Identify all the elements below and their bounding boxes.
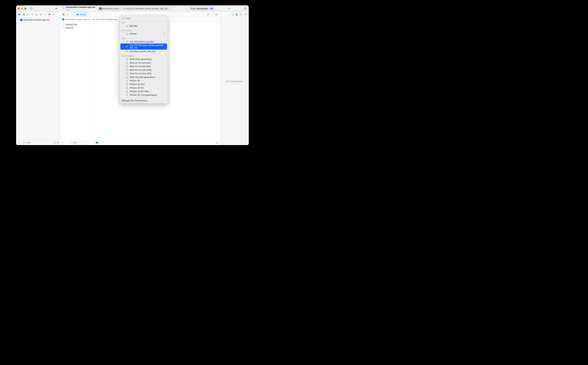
svg-point-2 — [63, 8, 63, 8]
svg-point-43 — [122, 18, 124, 19]
svg-rect-0 — [30, 8, 32, 9]
add-file-icon[interactable]: ＋ — [17, 141, 21, 145]
run-button[interactable] — [54, 7, 58, 11]
iphone-icon — [126, 94, 128, 96]
remove-asset-icon[interactable]: － — [65, 141, 68, 144]
svg-rect-20 — [62, 14, 63, 15]
destination-item[interactable]: ✓Any iOS Simulator Device (arm64, x86_64… — [120, 43, 167, 50]
destination-item[interactable]: Any iOS Device (arm64) — [120, 40, 167, 43]
destination-item[interactable]: iPad mini (6th generation) — [120, 75, 167, 79]
help-inspector-icon[interactable] — [239, 13, 243, 16]
recent-filter-icon[interactable] — [53, 141, 56, 145]
chevron-right-icon: › — [91, 18, 92, 21]
svg-point-3 — [63, 9, 63, 9]
debug-navigator-icon[interactable] — [43, 12, 47, 17]
crumb-root: automation-sample-app-ios — [65, 18, 90, 21]
destination-item[interactable]: iPad Air 13-inch (M2) — [120, 65, 167, 68]
tag-indicator[interactable] — [96, 142, 98, 143]
destination-item[interactable]: iPad (10th generation) — [120, 57, 167, 61]
destination-item-label: iPad Air 11-inch (M2) — [130, 62, 151, 64]
find-navigator-icon[interactable] — [30, 12, 34, 17]
hammer-icon — [125, 45, 128, 48]
add-asset-icon[interactable]: ＋ — [61, 141, 64, 144]
scheme-selector[interactable]: automation-sample-app-ios main — [62, 6, 95, 11]
destination-item[interactable]: iPhone 16 Pro Max — [120, 90, 167, 93]
svg-point-24 — [213, 14, 213, 15]
toggle-left-sidebar-icon[interactable] — [29, 7, 33, 11]
asset-filter-scope[interactable] — [69, 141, 88, 144]
destination-item-label: Any iOS Device (arm64) — [130, 41, 154, 43]
chevron-right-icon[interactable]: › — [18, 19, 19, 21]
destination-item[interactable]: Any Mac (arm64, x86_64) — [120, 50, 167, 53]
destination-item[interactable]: iPhone 16 Plus — [120, 83, 167, 86]
history-inspector-icon[interactable] — [235, 13, 239, 16]
clock-icon — [235, 13, 238, 16]
popover-section-header: Build — [120, 37, 168, 40]
destination-item[interactable]: iPad Pro 11-inch (M4) — [120, 68, 167, 72]
assets-icon — [76, 13, 79, 16]
forward-icon[interactable] — [69, 13, 73, 16]
add-button[interactable] — [227, 7, 231, 11]
build-status: Succeeded — [197, 7, 208, 10]
activity-view[interactable]: Build Succeeded — [189, 6, 215, 11]
svg-rect-7 — [244, 8, 246, 9]
svg-rect-18 — [62, 14, 63, 14]
asset-filter-input[interactable] — [73, 142, 87, 144]
file-inspector-icon[interactable] — [231, 13, 234, 16]
inspector-message: Not Applicable — [226, 80, 243, 83]
navigator-footer: ＋ — [16, 140, 60, 145]
navigator-selector — [16, 12, 60, 17]
toolbar: automation-sample-app-ios main automatio… — [16, 5, 249, 12]
destination-item[interactable]: iPad Air 11-inch (M2) — [120, 61, 167, 65]
minimize-window[interactable] — [21, 7, 23, 10]
project-navigator-icon[interactable] — [17, 12, 21, 17]
tree-root-item[interactable]: › automation-sample-app-ios — [16, 18, 60, 21]
toggle-right-sidebar-icon[interactable] — [243, 7, 247, 11]
issue-navigator-icon[interactable] — [34, 12, 39, 17]
canvas-footer — [94, 140, 220, 145]
editor-options-icon[interactable] — [211, 13, 214, 16]
related-items-icon[interactable] — [61, 13, 65, 16]
breakpoint-navigator-icon[interactable] — [47, 12, 52, 17]
test-navigator-icon[interactable] — [39, 12, 43, 17]
popover-section-header: iOS Simulators — [120, 54, 168, 57]
svg-point-14 — [45, 14, 45, 15]
destination-item[interactable]: My Mac — [120, 24, 167, 28]
cloud-icon — [210, 7, 213, 10]
report-navigator-icon[interactable] — [52, 12, 56, 17]
manage-destinations[interactable]: Manage Run Destinations… — [120, 98, 168, 103]
run-destination-pill[interactable]: automation-samp… › Any iOS Simulator Dev… — [98, 6, 171, 11]
asset-item[interactable]: AccentColor — [62, 23, 92, 26]
filter-scope[interactable] — [21, 141, 26, 144]
destination-item[interactable]: iPad Pro 13-inch (M4) — [120, 72, 167, 75]
asset-item[interactable]: AppIcon — [62, 26, 92, 29]
bookmark-navigator-icon[interactable] — [26, 12, 30, 17]
popover-filter-input[interactable] — [125, 17, 166, 20]
target-icon — [122, 17, 124, 20]
destination-item[interactable]: iPhone 16 — [120, 79, 167, 83]
destination-item[interactable]: iPhone SE (3rd generation) — [120, 93, 167, 97]
tab-assets[interactable]: Assets — [74, 12, 89, 17]
zoom-window[interactable] — [24, 7, 27, 10]
destination-item[interactable]: iPhone — [120, 32, 167, 36]
destination-item-label: Any iOS Simulator Device (arm64, x86_64) — [129, 44, 165, 49]
svg-point-58 — [127, 74, 127, 75]
asset-item-label: AppIcon — [66, 27, 74, 29]
crumb-folder: automation-sample-app… — [96, 18, 119, 21]
destination-item[interactable]: iPhone 16 Pro — [120, 86, 167, 90]
destination-item-label: iPad Pro 13-inch (M4) — [130, 72, 151, 75]
view-mode-icon[interactable] — [215, 141, 219, 145]
scm-filter-icon[interactable] — [56, 141, 59, 145]
close-window[interactable] — [18, 7, 20, 10]
add-editor-icon[interactable] — [215, 13, 219, 16]
inspector-panel: Not Applicable — [220, 17, 249, 145]
svg-point-35 — [245, 15, 246, 15]
refresh-icon[interactable] — [206, 13, 210, 16]
navigator-filter-input[interactable] — [26, 142, 52, 144]
iphone-icon — [126, 79, 128, 82]
back-icon[interactable] — [65, 13, 69, 16]
source-control-navigator-icon[interactable] — [21, 12, 26, 17]
ipad-icon — [126, 62, 128, 64]
attributes-inspector-icon[interactable] — [243, 13, 247, 16]
destination-label: Any iOS Simulator Device (arm64, x86_64) — [127, 7, 167, 10]
